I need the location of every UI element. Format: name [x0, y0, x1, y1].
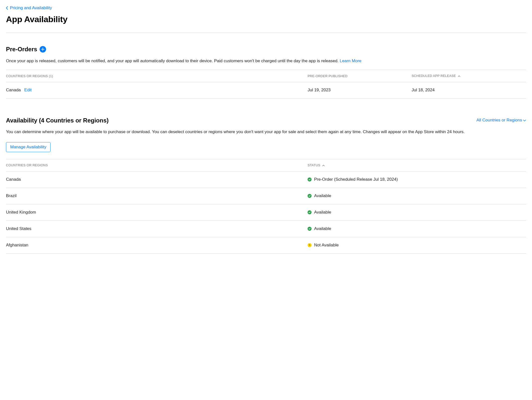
- table-row: United StatesAvailable: [6, 221, 526, 237]
- check-circle-icon: [308, 227, 312, 231]
- availability-region: United States: [6, 221, 308, 237]
- preorders-header-published: PRE-ORDER PUBLISHED: [308, 70, 412, 82]
- availability-header-regions: COUNTRIES OR REGIONS: [6, 159, 308, 171]
- preorder-published: Jul 19, 2023: [308, 82, 412, 99]
- preorder-release: Jul 18, 2024: [412, 82, 526, 99]
- availability-status-label: Available: [314, 209, 331, 216]
- learn-more-link[interactable]: Learn More: [340, 58, 361, 63]
- chevron-left-icon[interactable]: [6, 6, 8, 10]
- preorders-description-text: Once your app is released, customers wil…: [6, 58, 340, 63]
- chevron-up-icon: [322, 163, 325, 168]
- availability-header-status[interactable]: STATUS: [308, 159, 526, 171]
- preorders-header-release-label: SCHEDULED APP RELEASE: [412, 74, 456, 78]
- availability-status-label: Not Available: [314, 242, 339, 248]
- availability-status-label: Pre-Order (Scheduled Release Jul 18, 202…: [314, 176, 398, 183]
- manage-availability-button[interactable]: Manage Availability: [6, 142, 51, 152]
- availability-description: You can determine where your app will be…: [6, 129, 526, 135]
- preorders-section: Pre-Orders Once your app is released, cu…: [6, 45, 526, 99]
- availability-table: COUNTRIES OR REGIONS STATUS CanadaPre-Or…: [6, 159, 526, 254]
- regions-filter-label: All Countries or Regions: [477, 117, 522, 123]
- table-row: AfghanistanNot Available: [6, 237, 526, 253]
- preorders-title: Pre-Orders: [6, 45, 37, 54]
- preorders-description: Once your app is released, customers wil…: [6, 58, 526, 64]
- clock-icon: [308, 243, 312, 247]
- chevron-down-icon: [523, 117, 526, 123]
- check-circle-icon: [308, 210, 312, 214]
- check-circle-icon: [308, 194, 312, 198]
- divider: [6, 33, 526, 33]
- page-title: App Availability: [6, 13, 526, 26]
- preorders-header-regions: COUNTRIES OR REGIONS (1): [6, 70, 308, 82]
- availability-region: Afghanistan: [6, 237, 308, 253]
- availability-region: Brazil: [6, 188, 308, 204]
- availability-header-status-label: STATUS: [308, 163, 320, 167]
- table-row: Canada Edit Jul 19, 2023 Jul 18, 2024: [6, 82, 526, 99]
- preorder-region: Canada: [6, 87, 21, 93]
- availability-status-label: Available: [314, 226, 331, 232]
- availability-status-label: Available: [314, 193, 331, 199]
- edit-link[interactable]: Edit: [24, 87, 32, 93]
- chevron-up-icon: [458, 74, 460, 78]
- check-circle-icon: [308, 177, 312, 181]
- preorders-header-release[interactable]: SCHEDULED APP RELEASE: [412, 70, 526, 82]
- availability-region: Canada: [6, 171, 308, 188]
- availability-title: Availability (4 Countries or Regions): [6, 116, 109, 125]
- table-row: CanadaPre-Order (Scheduled Release Jul 1…: [6, 171, 526, 188]
- add-preorder-button[interactable]: [40, 46, 46, 53]
- preorders-table: COUNTRIES OR REGIONS (1) PRE-ORDER PUBLI…: [6, 70, 526, 99]
- breadcrumb-link[interactable]: Pricing and Availability: [10, 5, 52, 11]
- availability-region: United Kingdom: [6, 204, 308, 221]
- table-row: BrazilAvailable: [6, 188, 526, 204]
- table-row: United KingdomAvailable: [6, 204, 526, 221]
- availability-section: Availability (4 Countries or Regions) Al…: [6, 116, 526, 253]
- regions-filter-dropdown[interactable]: All Countries or Regions: [477, 117, 526, 123]
- breadcrumb: Pricing and Availability: [6, 5, 526, 11]
